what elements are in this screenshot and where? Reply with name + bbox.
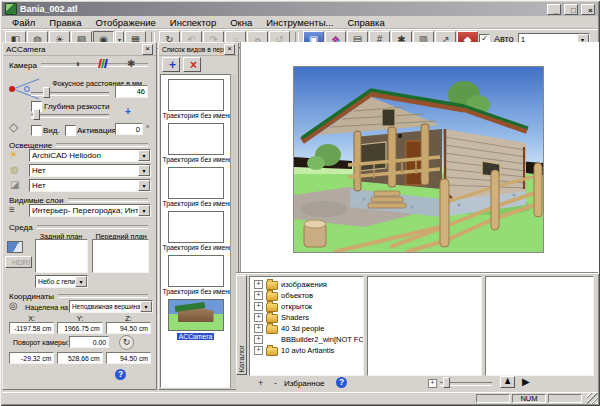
coordinate-field[interactable]: 528.66 cm [57, 352, 102, 364]
menu-item[interactable]: Правка [42, 16, 88, 29]
close-panel-button[interactable]: × [142, 44, 153, 55]
catalog-tree-label: Shaders [281, 313, 309, 322]
catalog-tree-label: BBBuilder2_win[NOT FOUND] [281, 335, 364, 344]
dof-slider[interactable] [31, 109, 109, 120]
preview-size-slider[interactable] [440, 377, 492, 388]
catalog-tab[interactable]: Каталог [236, 275, 247, 375]
expand-icon[interactable]: + [254, 346, 263, 355]
menu-item[interactable]: Отображение [88, 16, 162, 29]
catalog-tree-item[interactable]: + изображения [250, 279, 363, 290]
view-item[interactable]: Траектория без имени_3 [163, 167, 229, 207]
view-item[interactable]: Траектория без имени_4 [163, 211, 229, 251]
brush-icon[interactable]: ◗ [75, 59, 81, 69]
view-thumbnail[interactable] [168, 79, 224, 111]
coordinate-field[interactable]: 1966.75 cm [57, 322, 102, 334]
layers-select[interactable]: Интерьер- Перегородка; Инт... ▾ [29, 204, 151, 217]
menu-item[interactable]: Инспектор [163, 16, 223, 29]
chevron-down-icon[interactable]: ▾ [138, 180, 150, 191]
gear-icon[interactable]: ✱ [127, 59, 135, 69]
help-icon[interactable]: ? [115, 369, 126, 380]
view-thumbnail[interactable] [168, 299, 224, 331]
coordinate-field[interactable]: -29.32 cm [9, 352, 54, 364]
view-thumbnail[interactable] [168, 167, 224, 199]
target-select[interactable]: Неподвижная вершина: ▾ [69, 300, 153, 313]
lamp-select[interactable]: Нет ▾ [29, 179, 151, 192]
view-item[interactable]: Траектория без имени_5 [163, 255, 229, 295]
delete-view-button[interactable]: × [183, 57, 201, 72]
coordinate-field[interactable]: 94.50 cm [106, 352, 151, 364]
colors-icon[interactable] [99, 59, 107, 68]
catalog-tree-item[interactable]: + 10 avto Artlantis [250, 345, 363, 356]
catalog-tree-item[interactable]: + BBBuilder2_win[NOT FOUND] [250, 334, 363, 345]
heliodon-select[interactable]: ArchiCAD Heliodon ▾ [29, 149, 151, 162]
add-view-button[interactable]: + [162, 57, 180, 72]
view-item[interactable]: ACCamera [163, 299, 229, 341]
background-image-icon[interactable] [7, 241, 23, 253]
view-item[interactable]: Траектория без имени_2 [163, 123, 229, 163]
expand-icon[interactable]: + [428, 379, 437, 388]
viewport-canvas[interactable] [240, 42, 599, 274]
expand-icon[interactable]: + [254, 291, 263, 300]
catalog-preview-list[interactable] [367, 276, 482, 376]
view-item[interactable]: Траектория без имени_1 [163, 79, 229, 119]
view-thumbnail[interactable] [168, 123, 224, 155]
help-icon[interactable]: ? [336, 377, 347, 388]
add-favorite-button[interactable]: + [252, 377, 264, 387]
catalog-preview-detail[interactable] [485, 276, 594, 376]
light-bulb-icon: ◍ [10, 165, 19, 175]
focal-length-slider[interactable] [31, 87, 109, 98]
slider-thumb[interactable] [33, 109, 40, 120]
menu-item[interactable]: Файл [5, 16, 42, 29]
activation-label: Активация [77, 126, 116, 135]
expand-icon[interactable]: + [254, 335, 263, 344]
minimize-button[interactable]: _ [547, 4, 561, 15]
sky-select[interactable]: Небо с гелиод ▾ [35, 275, 88, 288]
expand-icon[interactable]: + [254, 302, 263, 311]
render-image[interactable] [293, 66, 544, 253]
foreground-preview[interactable] [92, 239, 149, 273]
person-preview-icon[interactable]: ♟ [500, 376, 515, 388]
chevron-down-icon[interactable]: ▾ [75, 276, 87, 287]
catalog-tree-item[interactable]: + 40 3d people [250, 323, 363, 334]
light-select[interactable]: Нет ▾ [29, 164, 151, 177]
catalog-tree-item[interactable]: + открыток [250, 301, 363, 312]
slider-thumb[interactable] [43, 87, 50, 98]
expand-icon[interactable]: + [254, 324, 263, 333]
remove-favorite-button[interactable]: - [268, 377, 280, 387]
maximize-button[interactable]: □ [564, 4, 578, 15]
view-checkbox[interactable]: ✓ [31, 125, 42, 136]
views-panel: Список видов в перспективе × + × Траекто… [158, 42, 239, 390]
slider-thumb[interactable] [443, 377, 450, 388]
chevron-down-icon[interactable]: ▾ [138, 150, 150, 161]
focal-length-field[interactable]: 46 [115, 85, 148, 98]
dof-target-icon[interactable]: + [125, 107, 131, 117]
status-cell [476, 394, 510, 403]
menu-item[interactable]: Справка [340, 16, 391, 29]
view-thumbnail[interactable] [168, 211, 224, 243]
background-preview[interactable] [35, 239, 88, 273]
catalog-tree-item[interactable]: + объектов [250, 290, 363, 301]
coordinate-field[interactable]: 94.50 cm [106, 322, 151, 334]
coordinate-field[interactable]: -1197.58 cm [9, 322, 54, 334]
catalog-tree-item[interactable]: + Shaders [250, 312, 363, 323]
hdri-button[interactable]: HDRI [5, 256, 32, 268]
chevron-down-icon[interactable]: ▾ [138, 205, 150, 216]
chevron-down-icon[interactable]: ▾ [138, 165, 150, 176]
rotation-field[interactable]: 0.00 [69, 336, 109, 348]
play-button[interactable]: ▶ [522, 376, 530, 388]
view-thumbnail[interactable] [168, 255, 224, 287]
expand-icon[interactable]: + [254, 280, 263, 289]
activation-checkbox[interactable]: ✓ [65, 125, 76, 136]
close-button[interactable]: × [581, 4, 595, 15]
resize-grip[interactable] [587, 393, 598, 404]
folder-icon [266, 303, 278, 312]
menu-item[interactable]: Окна [223, 16, 259, 29]
folder-icon [266, 314, 278, 323]
rotate-camera-icon[interactable]: ↻ [119, 335, 134, 350]
chevron-down-icon[interactable]: ▾ [140, 301, 152, 312]
close-panel-button[interactable]: × [224, 44, 235, 55]
angle-field[interactable]: 0 [115, 123, 143, 135]
menu-item[interactable]: Инструменты... [259, 16, 340, 29]
expand-icon[interactable]: + [254, 313, 263, 322]
view-label: Траектория без имени_5 [163, 288, 229, 295]
